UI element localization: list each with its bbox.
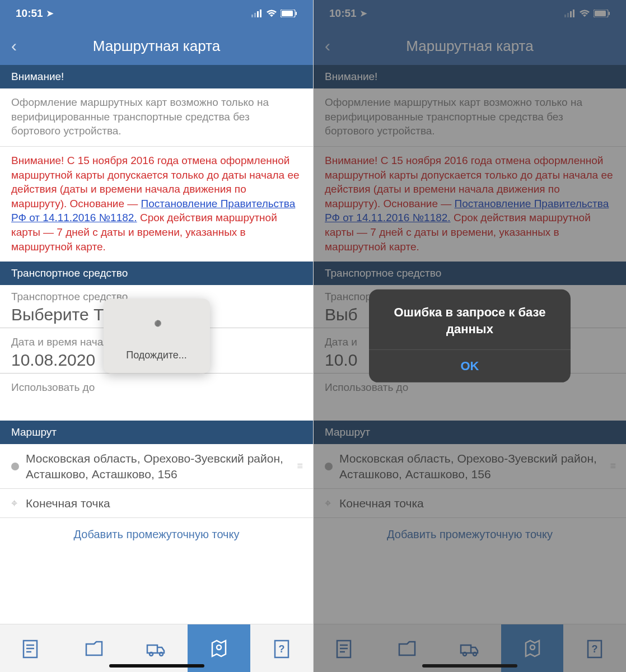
nav-title: Маршрутная карта xyxy=(342,38,615,55)
svg-point-12 xyxy=(150,652,153,656)
info-red-block: Внимание! С 15 ноября 2016 года отмена о… xyxy=(0,147,313,262)
svg-point-29 xyxy=(463,652,466,656)
tab-1[interactable] xyxy=(0,624,63,672)
section-vehicle: Транспортное средство xyxy=(0,262,313,285)
route-start-text: Московская область, Орехово-Зуевский рай… xyxy=(26,451,290,482)
add-waypoint-link[interactable]: Добавить промежуточную точку xyxy=(314,518,626,549)
svg-text:?: ? xyxy=(279,643,285,655)
wifi-icon xyxy=(579,10,590,17)
nav-bar: ‹ Маршрутная карта xyxy=(0,27,313,65)
tab-1[interactable] xyxy=(314,624,376,672)
svg-rect-20 xyxy=(573,10,574,17)
alert-message: Ошибка в запросе к базе данных xyxy=(369,290,571,349)
back-button[interactable]: ‹ xyxy=(325,36,342,55)
status-time: 10:51 xyxy=(329,7,357,20)
loading-text: Подождите... xyxy=(109,349,204,361)
svg-rect-28 xyxy=(461,645,471,653)
loading-dialog: Подождите... xyxy=(104,299,210,374)
svg-rect-23 xyxy=(609,12,610,15)
svg-rect-0 xyxy=(251,15,253,17)
svg-point-31 xyxy=(530,645,535,650)
signal-icon xyxy=(251,10,263,17)
nav-title: Маршрутная карта xyxy=(28,38,302,55)
home-indicator[interactable] xyxy=(422,664,517,668)
status-bar: 10:51 ➤ xyxy=(0,0,313,27)
dot-icon xyxy=(325,463,333,470)
section-attention: Внимание! xyxy=(0,65,313,88)
battery-icon xyxy=(594,10,610,17)
until-field[interactable]: Использовать до xyxy=(0,376,313,399)
section-attention: Внимание! xyxy=(314,65,626,88)
svg-rect-3 xyxy=(260,10,261,17)
back-button[interactable]: ‹ xyxy=(11,36,28,55)
info-red-block: Внимание! С 15 ноября 2016 года отмена о… xyxy=(314,147,626,262)
info-gray-text: Оформление маршрутных карт возможно толь… xyxy=(325,95,615,138)
pin-icon: ⌖ xyxy=(11,497,19,510)
svg-point-30 xyxy=(473,652,476,656)
route-end[interactable]: ⌖ Конечная точка xyxy=(314,489,626,518)
signal-icon xyxy=(564,10,576,17)
status-icons xyxy=(564,10,610,17)
svg-rect-6 xyxy=(296,12,297,15)
phone-right: 10:51 ➤ ‹ Маршрутная карта Внимание! Офо… xyxy=(313,0,626,672)
dot-icon xyxy=(11,463,19,470)
location-icon: ➤ xyxy=(46,8,54,18)
svg-rect-2 xyxy=(257,11,259,17)
svg-text:?: ? xyxy=(592,643,598,655)
error-alert: Ошибка в запросе к базе данных OK xyxy=(369,290,571,382)
drag-handle-icon[interactable]: ≡ xyxy=(297,460,302,472)
info-gray-text: Оформление маршрутных карт возможно толь… xyxy=(11,95,302,138)
svg-point-13 xyxy=(160,652,163,656)
svg-rect-18 xyxy=(567,13,569,17)
add-waypoint-link[interactable]: Добавить промежуточную точку xyxy=(0,518,313,549)
wifi-icon xyxy=(266,10,277,17)
spinner-icon xyxy=(144,316,169,340)
info-gray-block: Оформление маршрутных карт возможно толь… xyxy=(314,88,626,147)
svg-rect-5 xyxy=(282,11,293,16)
section-route: Маршрут xyxy=(0,421,313,444)
tab-5[interactable]: ? xyxy=(250,624,313,672)
until-label: Использовать до xyxy=(11,381,302,394)
route-start[interactable]: Московская область, Орехово-Зуевский рай… xyxy=(314,444,626,489)
section-vehicle: Транспортное средство xyxy=(314,262,626,285)
section-route: Маршрут xyxy=(314,421,626,444)
home-indicator[interactable] xyxy=(109,664,204,668)
battery-icon xyxy=(281,10,297,17)
svg-rect-19 xyxy=(570,11,572,17)
drag-handle-icon[interactable]: ≡ xyxy=(610,460,615,472)
route-end-text: Конечная точка xyxy=(339,496,615,511)
phone-left: 10:51 ➤ ‹ Маршрутная карта Внимание! Офо… xyxy=(0,0,313,672)
route-start-text: Московская область, Орехово-Зуевский рай… xyxy=(339,451,603,482)
route-end[interactable]: ⌖ Конечная точка xyxy=(0,489,313,518)
route-end-text: Конечная точка xyxy=(26,496,302,511)
info-gray-block: Оформление маршрутных карт возможно толь… xyxy=(0,88,313,147)
until-label: Использовать до xyxy=(325,381,615,394)
svg-point-14 xyxy=(217,645,221,650)
route-start[interactable]: Московская область, Орехово-Зуевский рай… xyxy=(0,444,313,489)
svg-rect-22 xyxy=(595,11,606,16)
status-time: 10:51 xyxy=(16,7,43,20)
pin-icon: ⌖ xyxy=(325,497,333,510)
status-icons xyxy=(251,10,297,17)
alert-ok-button[interactable]: OK xyxy=(369,349,571,382)
svg-rect-17 xyxy=(564,15,566,17)
tab-5[interactable]: ? xyxy=(563,624,626,672)
nav-bar: ‹ Маршрутная карта xyxy=(314,27,626,65)
status-bar: 10:51 ➤ xyxy=(314,0,626,27)
svg-rect-1 xyxy=(254,13,256,17)
location-icon: ➤ xyxy=(360,8,367,18)
svg-rect-11 xyxy=(147,645,157,653)
